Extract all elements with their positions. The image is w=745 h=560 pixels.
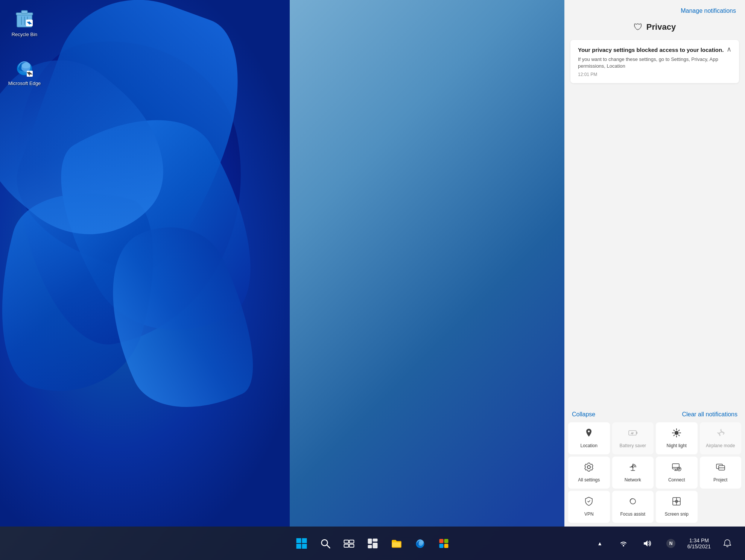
privacy-section-header: 🛡 Privacy bbox=[564, 18, 745, 40]
quick-tile-battery-saver[interactable]: Battery saver bbox=[612, 422, 654, 454]
quick-tiles-grid: Location Battery saver bbox=[564, 422, 745, 527]
file-explorer-button[interactable] bbox=[386, 533, 407, 554]
svg-point-11 bbox=[21, 62, 30, 68]
notification-body: If you want to change these settings, go… bbox=[578, 56, 725, 70]
network-icon bbox=[628, 462, 638, 474]
quick-tile-airplane-mode[interactable]: Airplane mode bbox=[700, 422, 742, 454]
battery-saver-label: Battery saver bbox=[619, 443, 646, 448]
all-settings-icon bbox=[584, 462, 594, 474]
taskbar: ▲ N 1:34 PM bbox=[0, 527, 745, 560]
svg-line-24 bbox=[679, 430, 680, 431]
recycle-bin-icon[interactable]: Recycle Bin bbox=[8, 8, 41, 38]
quick-tile-connect[interactable]: Connect bbox=[656, 457, 698, 489]
svg-line-22 bbox=[674, 430, 675, 431]
svg-rect-61 bbox=[439, 544, 443, 548]
svg-rect-52 bbox=[372, 539, 377, 542]
edge-image bbox=[13, 56, 36, 79]
location-label: Location bbox=[581, 443, 598, 448]
connect-icon bbox=[672, 462, 681, 474]
svg-rect-16 bbox=[636, 432, 637, 434]
night-light-icon bbox=[672, 428, 681, 440]
night-light-label: Night light bbox=[667, 443, 687, 448]
focus-assist-label: Focus assist bbox=[620, 511, 645, 517]
svg-rect-53 bbox=[368, 545, 372, 548]
clear-all-button[interactable]: Clear all notifications bbox=[682, 411, 737, 418]
svg-rect-59 bbox=[439, 539, 443, 543]
svg-rect-2 bbox=[21, 11, 27, 14]
panel-header: Manage notifications bbox=[564, 0, 745, 18]
task-view-button[interactable] bbox=[339, 533, 359, 554]
taskbar-right: ▲ N 1:34 PM bbox=[590, 533, 737, 554]
collapse-row: Collapse Clear all notifications bbox=[564, 405, 745, 422]
notification-panel: Manage notifications 🛡 Privacy Your priv… bbox=[564, 0, 745, 527]
svg-point-63 bbox=[623, 545, 624, 546]
svg-rect-41 bbox=[296, 538, 301, 543]
svg-rect-43 bbox=[296, 544, 301, 549]
all-settings-label: All settings bbox=[578, 477, 600, 483]
svg-rect-44 bbox=[302, 544, 307, 549]
svg-marker-64 bbox=[644, 540, 648, 546]
quick-tile-location[interactable]: Location bbox=[568, 422, 610, 454]
recycle-bin-label: Recycle Bin bbox=[12, 32, 38, 38]
airplane-mode-label: Airplane mode bbox=[706, 443, 735, 448]
svg-line-23 bbox=[679, 435, 680, 436]
quick-tile-night-light[interactable]: Night light bbox=[656, 422, 698, 454]
quick-tile-project[interactable]: Project bbox=[700, 457, 742, 489]
quick-tile-screen-snip[interactable]: Screen snip bbox=[656, 491, 698, 523]
start-button[interactable] bbox=[291, 533, 312, 554]
widgets-button[interactable] bbox=[362, 533, 383, 554]
quick-actions-section: Collapse Clear all notifications Locatio… bbox=[564, 405, 745, 527]
taskbar-center bbox=[291, 533, 454, 554]
system-clock[interactable]: 1:34 PM 6/15/2021 bbox=[684, 536, 714, 551]
network-tray-icon[interactable] bbox=[613, 533, 634, 554]
vpn-label: VPN bbox=[584, 511, 594, 517]
quick-tile-focus-assist[interactable]: Focus assist bbox=[612, 491, 654, 523]
wallpaper bbox=[0, 0, 290, 527]
svg-rect-29 bbox=[672, 464, 679, 469]
svg-rect-62 bbox=[444, 544, 448, 548]
quick-tile-all-settings[interactable]: All settings bbox=[568, 457, 610, 489]
edge-label: Microsoft Edge bbox=[8, 80, 41, 87]
svg-rect-54 bbox=[372, 543, 377, 548]
notification-title: Your privacy settings blocked access to … bbox=[578, 46, 725, 54]
panel-spacer bbox=[564, 87, 745, 405]
svg-text:N: N bbox=[669, 541, 673, 546]
quick-tile-network[interactable]: Network bbox=[612, 457, 654, 489]
clock-time: 1:34 PM bbox=[689, 537, 709, 543]
sound-tray-icon[interactable] bbox=[637, 533, 658, 554]
search-button[interactable] bbox=[315, 533, 336, 554]
svg-line-25 bbox=[674, 435, 675, 436]
screen-snip-icon bbox=[672, 496, 681, 508]
notification-time: 12:01 PM bbox=[578, 72, 725, 77]
project-label: Project bbox=[713, 477, 727, 483]
microsoft-edge-icon[interactable]: Microsoft Edge bbox=[8, 56, 41, 87]
notification-close-button[interactable]: ∧ bbox=[725, 46, 733, 53]
quick-tile-vpn[interactable]: VPN bbox=[568, 491, 610, 523]
hidden-icons-button[interactable]: ▲ bbox=[590, 533, 610, 554]
privacy-title: Privacy bbox=[646, 22, 676, 32]
manage-notifications-button[interactable]: Manage notifications bbox=[681, 8, 736, 14]
connect-label: Connect bbox=[668, 477, 685, 483]
svg-rect-47 bbox=[344, 540, 348, 543]
focus-assist-icon bbox=[628, 496, 638, 508]
airplane-mode-icon bbox=[716, 428, 725, 440]
privacy-icon: 🛡 bbox=[634, 22, 643, 32]
notification-content: Your privacy settings blocked access to … bbox=[578, 46, 725, 77]
svg-rect-60 bbox=[444, 539, 448, 543]
svg-line-46 bbox=[327, 545, 330, 548]
screen-snip-label: Screen snip bbox=[665, 511, 689, 517]
recycle-bin-image bbox=[13, 8, 36, 30]
vpn-icon bbox=[584, 496, 594, 508]
battery-saver-icon bbox=[628, 428, 638, 440]
notification-bell-button[interactable] bbox=[717, 533, 737, 554]
svg-point-17 bbox=[675, 431, 678, 435]
notification-card: Your privacy settings blocked access to … bbox=[570, 40, 739, 83]
notification-tray-icon[interactable]: N bbox=[661, 533, 681, 554]
collapse-button[interactable]: Collapse bbox=[572, 411, 595, 418]
edge-taskbar-button[interactable] bbox=[410, 533, 430, 554]
store-taskbar-button[interactable] bbox=[433, 533, 454, 554]
svg-rect-51 bbox=[368, 539, 372, 544]
project-icon bbox=[716, 462, 725, 474]
svg-rect-42 bbox=[302, 538, 307, 543]
quick-tile-empty bbox=[700, 491, 742, 523]
